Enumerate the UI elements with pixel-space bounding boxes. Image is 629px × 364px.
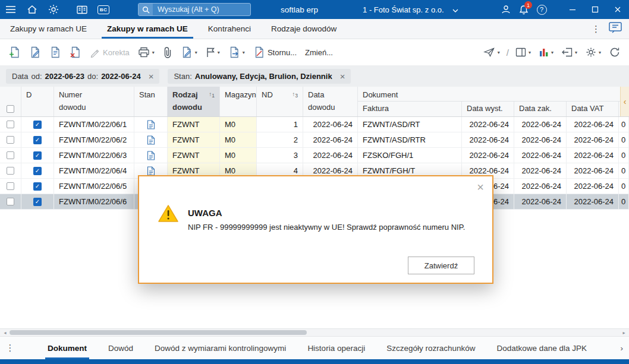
column-header-data-wyst[interactable]: Data wyst. <box>462 102 514 116</box>
minimize-button[interactable] <box>561 0 584 19</box>
select-all-checkbox[interactable] <box>7 105 14 113</box>
bottom-tab-dokument[interactable]: Dokument <box>37 337 98 359</box>
d-checkbox[interactable]: ✓ <box>33 136 42 144</box>
new-document-button[interactable] <box>5 43 25 62</box>
delete-document-button[interactable] <box>65 43 86 62</box>
select-all-cell[interactable] <box>0 87 21 116</box>
layout-button[interactable]: ▾ <box>511 43 535 62</box>
bottom-overflow-menu-icon[interactable]: ⋮ <box>0 337 20 359</box>
book-icon[interactable] <box>71 0 93 19</box>
tab-rodzaje-dowodow[interactable]: Rodzaje dowodów <box>261 19 347 39</box>
help-icon[interactable]: ? <box>533 0 551 19</box>
cell-data-vat: 2022-06-24 <box>567 163 619 178</box>
export-button[interactable]: ▾ <box>558 43 581 62</box>
row-checkbox[interactable] <box>7 198 14 205</box>
print-button[interactable]: ▾ <box>134 43 159 62</box>
company-selector[interactable]: 1 - Foto Świat sp. z o.o. <box>363 5 458 14</box>
column-header-faktura[interactable]: Faktura <box>358 102 462 116</box>
document-edit-dropdown-button[interactable]: ▾ <box>177 43 202 62</box>
cell-data-zak: 2022-06-24 <box>514 194 567 209</box>
menu-icon[interactable] <box>0 0 21 19</box>
scroll-left-icon[interactable]: ◂ <box>1 329 9 336</box>
scroll-right-icon[interactable]: ▸ <box>620 329 628 336</box>
settings-button[interactable]: ▾ <box>581 43 605 62</box>
column-header-nd[interactable]: ND ↑3 <box>257 87 303 116</box>
tab-kontrahenci[interactable]: Kontrahenci <box>198 19 261 39</box>
column-header-data-zak[interactable]: Data zak. <box>514 102 567 116</box>
column-header-d[interactable]: D <box>21 87 54 116</box>
chip-close-icon[interactable]: × <box>340 72 345 81</box>
column-header-numer[interactable]: Numer dowodu <box>54 87 134 116</box>
home-icon[interactable] <box>21 0 43 19</box>
forward-document-button[interactable]: ▾ <box>224 43 249 62</box>
scrollbar-thumb[interactable] <box>10 330 307 335</box>
maximize-button[interactable] <box>584 0 606 19</box>
comments-icon[interactable] <box>609 22 622 36</box>
table-row[interactable]: ✓ FZWNT/M0/22/06/2 FZWNT M0 2 2022-06-24… <box>0 132 629 148</box>
cell-numer: FZWNT/M0/22/06/6 <box>54 194 134 209</box>
row-checkbox[interactable] <box>7 121 14 128</box>
export-icon <box>562 48 573 57</box>
column-header-data-dowodu[interactable]: Data dowodu <box>303 87 358 116</box>
bottom-tab-dowod-wymiary[interactable]: Dowód z wymiarami kontrolingowymi <box>144 337 297 359</box>
tab-zakupy-1[interactable]: Zakupy w ramach UE <box>0 19 97 39</box>
bottom-tab-dowod[interactable]: Dowód <box>98 337 144 359</box>
d-checkbox[interactable]: ✓ <box>33 121 42 129</box>
column-header-data-vat[interactable]: Data VAT <box>567 102 619 116</box>
d-checkbox[interactable]: ✓ <box>33 198 42 206</box>
cell-data-vat: 2022-06-24 <box>567 194 619 209</box>
cell-extra: 0 <box>619 148 629 163</box>
close-button[interactable] <box>606 0 629 19</box>
user-icon[interactable] <box>497 0 515 19</box>
notifications-icon[interactable]: 1 <box>515 0 533 19</box>
row-checkbox[interactable] <box>7 151 14 159</box>
cell-data-zak: 2022-06-24 <box>514 163 567 178</box>
korekta-button[interactable]: Korekta <box>86 43 134 62</box>
tab-zakupy-active[interactable]: Zakupy w ramach UE <box>97 19 198 39</box>
cell-rodzaj: FZWNT <box>168 132 220 147</box>
collapse-panel-icon[interactable]: ‹ <box>620 87 629 116</box>
flag-button[interactable]: ▾ <box>202 43 224 62</box>
column-group-dokument: Dokument <box>358 87 629 102</box>
dialog-title: UWAGA <box>188 208 222 218</box>
column-header-rodzaj[interactable]: Rodzaj ↑1 dowodu <box>168 87 220 116</box>
send-button[interactable]: ▾ <box>479 43 504 62</box>
filter-chip-state[interactable]: Stan: Anulowany, Edycja, Brulion, Dzienn… <box>168 69 351 84</box>
bottom-tab-historia[interactable]: Historia operacji <box>297 337 376 359</box>
storno-button[interactable]: Stornu... <box>249 43 301 62</box>
d-checkbox[interactable]: ✓ <box>33 151 42 160</box>
d-checkbox[interactable]: ✓ <box>33 167 42 175</box>
column-header-stan[interactable]: Stan <box>134 87 168 116</box>
column-header-magazyn[interactable]: Magazyn ↑2 <box>220 87 257 116</box>
edit-document-button[interactable] <box>25 43 45 62</box>
table-row[interactable]: ✓ FZWNT/M0/22/06/3 FZWNT M0 3 2022-06-24… <box>0 148 629 163</box>
search-input[interactable] <box>153 5 250 14</box>
refresh-button[interactable] <box>605 43 624 62</box>
chip-close-icon[interactable]: × <box>149 72 154 81</box>
chart-button[interactable]: ▾ <box>535 43 558 62</box>
tab-overflow-menu-icon[interactable]: ⋮ <box>592 24 600 34</box>
dialog-close-icon[interactable]: × <box>477 181 484 193</box>
filter-bar: Data od: 2022-06-23 do: 2022-06-24 × Sta… <box>0 65 629 87</box>
filter-chip-date[interactable]: Data od: 2022-06-23 do: 2022-06-24 × <box>6 69 159 84</box>
table-row[interactable]: ✓ FZWNT/M0/22/06/1 FZWNT M0 1 2022-06-24… <box>0 117 629 132</box>
row-checkbox[interactable] <box>7 167 14 175</box>
search-box[interactable] <box>138 3 251 16</box>
horizontal-scrollbar[interactable]: ◂ ▸ <box>0 328 629 336</box>
cell-data-vat: 2022-06-24 <box>567 117 619 132</box>
view-document-button[interactable] <box>45 43 65 62</box>
row-checkbox[interactable] <box>7 136 14 144</box>
sun-icon[interactable] <box>43 0 64 19</box>
bottom-tabs-scroll-right-icon[interactable]: › <box>621 337 629 359</box>
cell-data-wyst: 2022-06-24 <box>462 148 514 163</box>
chevron-down-icon <box>452 5 458 14</box>
bottom-tab-jpk[interactable]: Dodatkowe dane dla JPK <box>486 337 598 359</box>
app-title: softlab erp <box>281 5 318 14</box>
confirm-button[interactable]: Zatwierdź <box>408 257 474 274</box>
change-button[interactable]: Zmień... <box>301 43 337 62</box>
attachments-button[interactable] <box>159 43 177 62</box>
row-checkbox[interactable] <box>7 182 14 190</box>
bottom-tab-rozrachunki[interactable]: Szczegóły rozrachunków <box>376 337 486 359</box>
bc-icon[interactable]: BC <box>93 0 114 19</box>
d-checkbox[interactable]: ✓ <box>33 182 42 191</box>
